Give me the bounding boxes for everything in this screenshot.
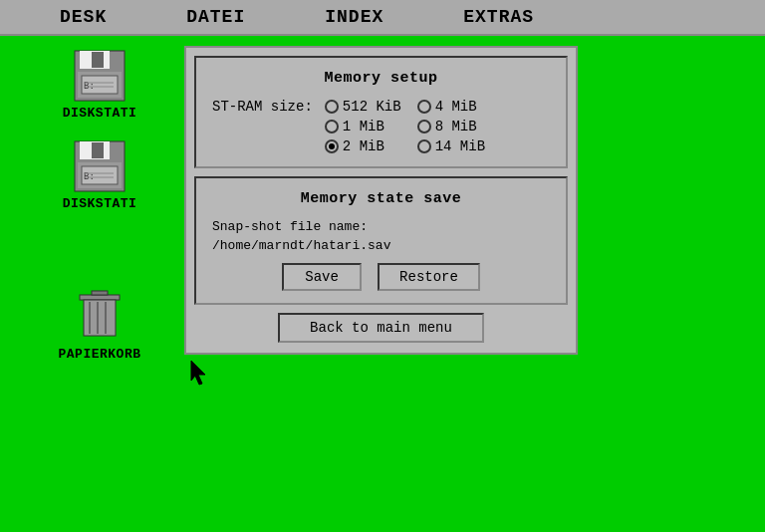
- menu-index[interactable]: INDEX: [325, 7, 383, 27]
- menu-extras[interactable]: EXTRAS: [463, 7, 534, 27]
- back-button-row: Back to main menu: [194, 313, 568, 343]
- desktop: B: DISKSTATI B: DISKSTATI: [0, 36, 765, 532]
- icon-diskstati-1-label: DISKSTATI: [63, 106, 137, 121]
- ram-col-left: 512 KiB 1 MiB 2 MiB: [325, 99, 401, 154]
- save-button[interactable]: Save: [282, 263, 362, 291]
- svg-rect-18: [84, 300, 116, 336]
- radio-2mib[interactable]: 2 MiB: [325, 138, 401, 154]
- mouse-cursor: [189, 359, 209, 387]
- radio-14mib[interactable]: 14 MiB: [417, 138, 485, 154]
- memory-setup-title: Memory setup: [212, 70, 550, 87]
- memory-state-section: Memory state save Snap-shot file name: /…: [194, 176, 568, 305]
- memory-state-title: Memory state save: [212, 190, 550, 207]
- radio-circle-14mib: [417, 139, 431, 153]
- icon-papierkorb[interactable]: PAPIERKORB: [58, 287, 140, 362]
- svg-rect-17: [80, 295, 120, 300]
- radio-circle-1mib: [325, 120, 339, 133]
- icon-diskstati-2[interactable]: B: DISKSTATI: [63, 136, 137, 211]
- sidebar: B: DISKSTATI B: DISKSTATI: [0, 36, 199, 532]
- icon-papierkorb-label: PAPIERKORB: [58, 347, 140, 362]
- menu-desk[interactable]: DESK: [60, 7, 107, 27]
- radio-1mib[interactable]: 1 MiB: [325, 119, 401, 134]
- radio-circle-512kib: [325, 100, 339, 114]
- memory-setup-section: Memory setup ST-RAM size: 512 KiB 1 MiB: [194, 56, 568, 168]
- radio-512kib[interactable]: 512 KiB: [325, 99, 401, 115]
- radio-8mib[interactable]: 8 MiB: [417, 119, 485, 134]
- restore-button[interactable]: Restore: [378, 263, 480, 291]
- svg-rect-10: [92, 142, 104, 158]
- back-to-main-menu-button[interactable]: Back to main menu: [278, 313, 484, 343]
- snapshot-label: Snap-shot file name:: [212, 219, 550, 234]
- menubar: DESK DATEI INDEX EXTRAS: [0, 0, 765, 36]
- icon-diskstati-1[interactable]: B: DISKSTATI: [63, 46, 137, 121]
- svg-rect-22: [92, 291, 108, 295]
- dialog: Memory setup ST-RAM size: 512 KiB 1 MiB: [184, 46, 578, 355]
- ram-col-right: 4 MiB 8 MiB 14 MiB: [417, 99, 485, 154]
- icon-diskstati-2-label: DISKSTATI: [63, 196, 137, 211]
- radio-4mib[interactable]: 4 MiB: [417, 99, 485, 115]
- save-restore-buttons: Save Restore: [212, 263, 550, 291]
- radio-circle-8mib: [417, 120, 431, 133]
- radio-circle-4mib: [417, 100, 431, 114]
- menu-datei[interactable]: DATEI: [186, 7, 245, 27]
- ram-options-row: ST-RAM size: 512 KiB 1 MiB: [212, 99, 550, 154]
- radio-circle-2mib: [325, 139, 339, 153]
- snapshot-filename: /home/marndt/hatari.sav: [212, 238, 550, 253]
- svg-rect-2: [92, 52, 104, 68]
- st-ram-label: ST-RAM size:: [212, 99, 313, 115]
- svg-marker-16: [191, 361, 205, 385]
